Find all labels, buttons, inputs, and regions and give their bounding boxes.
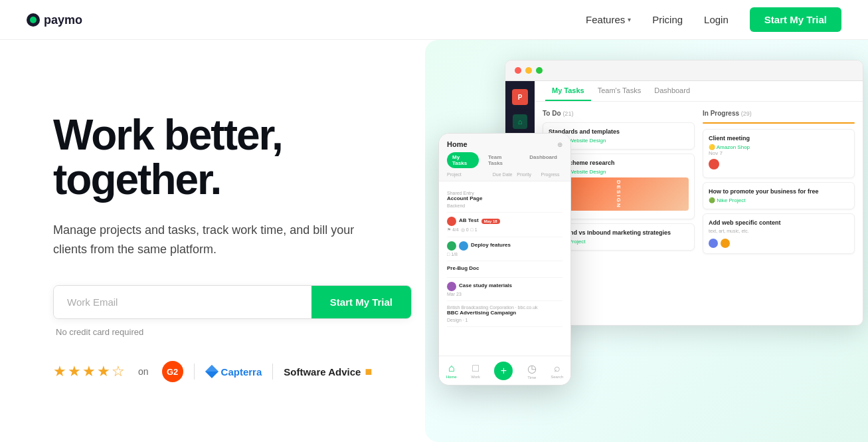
time-icon[interactable]: ◷ Time <box>527 362 537 380</box>
navbar: paymo Features ▾ Pricing Login Start My … <box>0 0 868 40</box>
g2-badge: G2 <box>162 361 183 382</box>
star-3: ★ <box>82 363 96 380</box>
todo-header: To Do (21) <box>543 110 695 117</box>
software-advice-badge: Software Advice■ <box>284 365 372 379</box>
capterra-text: Capterra <box>221 366 262 378</box>
star-rating: ★ ★ ★ ★ ☆ <box>53 363 125 380</box>
list-item: Shared Entry Account Page Backend <box>447 187 563 213</box>
mobile-header: Home ⊕ My Tasks Team Tasks Dashboard Pro… <box>439 134 570 181</box>
list-item: Deploy features □ 1/8 <box>447 237 563 261</box>
list-item: AB Test May 18 ⚑ 4/4◎ 0□ 1 <box>447 213 563 237</box>
nav-cta-button[interactable]: Start My Trial <box>750 7 841 32</box>
hero-section: Work better, together. Manage projects a… <box>0 40 868 442</box>
in-progress-column: In Progress (29) Client meeting 🟡 Amazon… <box>703 110 855 311</box>
nav-links: Features ▾ Pricing Login Start My Trial <box>586 7 841 32</box>
mobile-task-list: Shared Entry Account Page Backend AB Tes… <box>439 181 570 332</box>
svg-marker-4 <box>205 365 218 372</box>
kanban-board: To Do (21) Standards and templates 🟢 New… <box>535 102 863 319</box>
form-cta-button[interactable]: Start My Trial <box>311 286 411 318</box>
dot-red-icon <box>515 67 521 74</box>
star-2: ★ <box>68 363 81 380</box>
capterra-badge: Capterra <box>205 365 262 378</box>
avatar <box>447 217 456 226</box>
on-text: on <box>138 366 149 377</box>
star-1: ★ <box>53 363 66 380</box>
mobile-col-headers: Project Due Date Priority Progress <box>447 172 563 177</box>
dot-yellow-icon <box>525 67 532 74</box>
divider <box>194 364 195 380</box>
list-item: Pre-Bug Doc <box>447 261 563 278</box>
features-link[interactable]: Features ▾ <box>586 14 631 25</box>
star-half: ☆ <box>112 363 125 380</box>
home-icon: ⌂ <box>513 114 527 129</box>
software-advice-text: Software Advice <box>284 366 361 378</box>
pricing-link[interactable]: Pricing <box>652 14 683 25</box>
add-button[interactable]: + <box>494 362 513 380</box>
search-icon[interactable]: ⌕ Search <box>551 362 563 379</box>
signup-form: Start My Trial <box>53 285 412 319</box>
svg-text:paymo: paymo <box>44 13 82 27</box>
app-logo-icon: P <box>512 89 528 105</box>
status-badge: May 18 <box>481 219 500 224</box>
table-row: How to promote your business for free 🟢 … <box>703 182 855 209</box>
capterra-icon <box>205 365 218 378</box>
g2-icon: G2 <box>162 361 183 382</box>
work-icon[interactable]: □ Work <box>471 362 480 379</box>
no-cc-text: No credit card required <box>56 327 425 337</box>
avatar <box>459 241 468 251</box>
login-link[interactable]: Login <box>704 14 729 25</box>
tab-my-tasks[interactable]: My Tasks <box>545 81 591 101</box>
mobile-tabs: My Tasks Team Tasks Dashboard <box>447 152 563 168</box>
ratings-row: ★ ★ ★ ★ ☆ on G2 Capterra Software Advice… <box>53 361 425 382</box>
progress-bar <box>703 122 855 124</box>
window-bar <box>505 60 863 81</box>
mobile-tab-dashboard[interactable]: Dashboard <box>524 152 563 168</box>
mobile-mockup: Home ⊕ My Tasks Team Tasks Dashboard Pro… <box>438 133 571 386</box>
divider2 <box>272 364 273 380</box>
in-progress-header: In Progress (29) <box>703 110 855 117</box>
mobile-footer: ⌂ Home □ Work + ◷ Time ⌕ Search <box>439 356 570 385</box>
list-item: British Broadcasting Corporation · bbc.c… <box>447 301 563 327</box>
mobile-tab-my-tasks[interactable]: My Tasks <box>447 152 479 168</box>
svg-point-1 <box>30 17 37 23</box>
tab-team-tasks[interactable]: Team's Tasks <box>591 81 648 101</box>
chevron-down-icon: ▾ <box>628 16 631 23</box>
hero-left: Work better, together. Manage projects a… <box>53 100 425 383</box>
table-row: Add web specific content text, art, musi… <box>703 213 855 254</box>
mobile-tab-team[interactable]: Team Tasks <box>483 152 520 168</box>
tab-dashboard[interactable]: Dashboard <box>648 81 697 101</box>
hero-subtitle: Manage projects and tasks, track work ti… <box>53 221 372 259</box>
avatar <box>721 239 730 248</box>
sa-dot-icon: ■ <box>365 365 372 379</box>
email-input[interactable] <box>54 286 311 318</box>
avatar <box>447 241 456 251</box>
hero-title: Work better, together. <box>53 113 425 202</box>
logo[interactable]: paymo <box>27 11 93 29</box>
table-row: Client meeting 🟡 Amazon Shop Nov 7 <box>703 129 855 178</box>
avatar <box>709 159 719 169</box>
avatar <box>709 239 718 248</box>
avatar <box>447 282 456 291</box>
app-main: My Tasks Team's Tasks Dashboard To Do (2… <box>535 81 863 325</box>
home-icon[interactable]: ⌂ Home <box>446 362 457 379</box>
app-tabs: My Tasks Team's Tasks Dashboard <box>535 81 863 102</box>
hero-right: P ⌂ □ ≡ ○ ◎ ⚙ My Tasks Team's Tasks Dash… <box>425 40 868 442</box>
star-4: ★ <box>97 363 110 380</box>
dot-green-icon <box>536 67 543 74</box>
list-item: Case study materials Mar 23 <box>447 278 563 301</box>
